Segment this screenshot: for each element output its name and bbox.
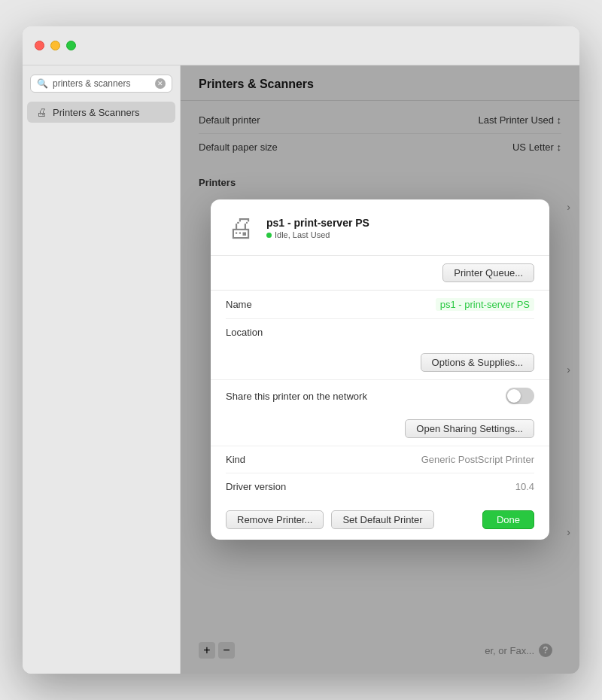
close-button[interactable] xyxy=(35,41,44,50)
minimize-button[interactable] xyxy=(50,41,60,50)
window-controls xyxy=(23,41,88,50)
printer-queue-section: Printer Queue... xyxy=(211,256,549,291)
search-clear-button[interactable]: ✕ xyxy=(155,78,166,89)
done-button[interactable]: Done xyxy=(482,510,534,529)
status-text: Idle, Last Used xyxy=(275,230,330,239)
name-value[interactable]: ps1 - print-server PS xyxy=(436,298,534,311)
name-row: Name ps1 - print-server PS xyxy=(226,291,534,319)
sidebar: 🔍 printers & scanners ✕ 🖨 Printers & Sca… xyxy=(23,65,181,674)
location-row: Location xyxy=(226,319,534,345)
maximize-button[interactable] xyxy=(66,41,76,50)
info-section: Kind Generic PostScript Printer Driver v… xyxy=(211,446,549,500)
modal-printer-name: ps1 - print-server PS xyxy=(266,217,369,229)
modal-overlay: 🖨 ps1 - print-server PS Idle, Last Used xyxy=(181,65,579,674)
location-label: Location xyxy=(226,327,316,338)
kind-row: Kind Generic PostScript Printer xyxy=(226,446,534,473)
printer-header: 🖨 ps1 - print-server PS Idle, Last Used xyxy=(211,199,549,256)
share-toggle[interactable] xyxy=(506,388,534,404)
name-label: Name xyxy=(226,299,316,310)
remove-printer-button[interactable]: Remove Printer... xyxy=(226,510,324,529)
kind-label: Kind xyxy=(226,454,316,465)
driver-label: Driver version xyxy=(226,481,316,492)
main-window: 🔍 printers & scanners ✕ 🖨 Printers & Sca… xyxy=(23,26,579,674)
printer-icon: 🖨 xyxy=(36,106,47,118)
main-pane: Printers & Scanners Default printer Last… xyxy=(181,65,579,674)
sidebar-item-printers-scanners[interactable]: 🖨 Printers & Scanners xyxy=(27,102,175,123)
search-input[interactable]: printers & scanners xyxy=(53,78,150,89)
options-supplies-button[interactable]: Options & Supplies... xyxy=(421,353,534,372)
sidebar-item-label: Printers & Scanners xyxy=(53,107,140,118)
share-section: Share this printer on the network xyxy=(211,380,549,412)
set-default-button[interactable]: Set Default Printer xyxy=(331,510,433,529)
printer-icon-wrap: 🖨 xyxy=(226,213,256,243)
share-label: Share this printer on the network xyxy=(226,391,367,402)
status-dot xyxy=(266,233,272,238)
driver-value: 10.4 xyxy=(515,481,534,492)
modal-printer-status: Idle, Last Used xyxy=(266,230,369,239)
printer-queue-button[interactable]: Printer Queue... xyxy=(442,263,534,282)
driver-row: Driver version 10.4 xyxy=(226,473,534,500)
search-icon: 🔍 xyxy=(37,78,48,89)
modal-form: Name ps1 - print-server PS Location xyxy=(211,291,549,345)
search-bar[interactable]: 🔍 printers & scanners ✕ xyxy=(30,75,172,93)
content-area: 🔍 printers & scanners ✕ 🖨 Printers & Sca… xyxy=(23,65,579,674)
title-bar xyxy=(23,26,579,65)
printer-large-icon: 🖨 xyxy=(227,212,254,244)
kind-value: Generic PostScript Printer xyxy=(421,454,534,465)
sharing-section: Open Sharing Settings... xyxy=(211,412,549,446)
options-section: Options & Supplies... xyxy=(211,345,549,380)
printer-info: ps1 - print-server PS Idle, Last Used xyxy=(266,217,369,239)
open-sharing-button[interactable]: Open Sharing Settings... xyxy=(405,419,534,438)
modal-bottom-actions: Remove Printer... Set Default Printer Do… xyxy=(211,500,549,540)
share-row: Share this printer on the network xyxy=(226,380,534,412)
printer-settings-modal: 🖨 ps1 - print-server PS Idle, Last Used xyxy=(211,199,549,540)
